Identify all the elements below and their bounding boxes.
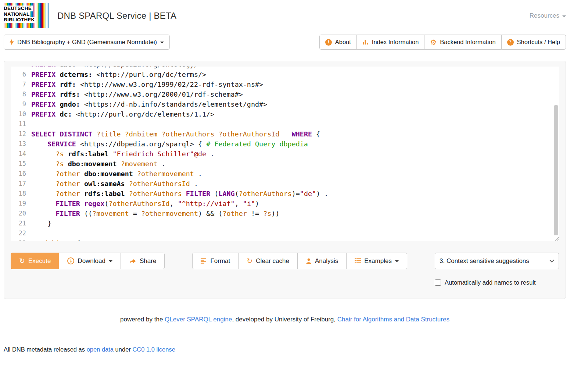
code-text: ?other owl:sameAs ?otherAuthorsId . [31,179,552,189]
editor-scrollbar[interactable] [553,67,559,241]
code-token: "^http://viaf" [178,200,235,207]
examples-button[interactable]: Examples [346,253,407,269]
code-text: SERVICE <https://dbpedia.org/sparql> { #… [31,139,552,149]
resize-handle[interactable] [553,235,559,241]
share-button[interactable]: Share [121,253,165,269]
download-button[interactable]: ↓ Download [59,253,121,269]
code-text: SELECT DISTINCT ?title ?dnbitem ?otherAu… [31,129,552,139]
code-token: rdfs:label [84,190,125,197]
code-text [31,119,552,129]
chair-link[interactable]: Chair for Algorithms and Data Structures [337,316,449,323]
code-token [80,100,84,108]
shortcuts-help-button[interactable]: ? Shortcuts / Help [501,35,566,50]
auto-names-label[interactable]: Automatically add names to result [445,279,536,286]
code-token [72,239,76,241]
resources-menu[interactable]: Resources [530,12,566,19]
code-token: , [235,200,243,207]
analysis-button[interactable]: Analysis [297,253,347,269]
code-token [133,170,137,178]
code-token: PREFIX [31,81,55,88]
about-label: About [335,39,351,46]
code-token [31,200,55,207]
code-text: PREFIX rdf: <http://www.w3.org/1999/02/2… [31,79,552,89]
code-token: PREFIX [31,90,55,98]
code-token [31,239,39,241]
code-line: 14 ?s rdfs:label "Friedrich Schiller"@de… [11,149,552,159]
powered-text: powered by the [120,316,165,323]
code-token [76,67,80,68]
code-token: ?other [55,180,80,188]
execute-button-group: ↻ Execute ↓ Download Share [11,253,165,269]
code-text: } [31,218,552,228]
code-line: 10PREFIX dc: <http://purl.org/dc/element… [11,109,552,119]
code-token [64,150,68,158]
bar-chart-icon [362,39,369,45]
suggestions-select[interactable]: 3. Context sensitive suggestions [435,253,559,269]
sparql-editor[interactable]: 5PREFIX dbo: <http://dbpedia.org/ontolog… [11,67,559,241]
code-token [31,190,55,197]
code-token: ?other [222,210,247,217]
share-icon [129,258,136,264]
index-information-button[interactable]: Index Information [356,35,425,50]
code-line: 7PREFIX rdf: <http://www.w3.org/1999/02/… [11,79,552,89]
code-token: "de" [300,190,316,197]
code-text: ?s dbo:movement ?movement . [31,159,552,169]
code-token: . [174,239,182,241]
code-token [125,190,129,197]
code-token: FILTER [55,200,80,207]
qlever-engine-link[interactable]: QLever SPARQL engine [165,316,232,323]
code-token: != [247,210,263,217]
auto-names-row: Automatically add names to result [435,279,559,286]
code-token: { [312,130,320,138]
format-label: Format [210,257,230,265]
code-line: 5PREFIX dbo: <http://dbpedia.org/ontolog… [11,67,552,70]
format-button[interactable]: Format [192,253,239,269]
line-number: 14 [11,149,31,159]
code-line: 12SELECT DISTINCT ?title ?dnbitem ?other… [11,129,552,139]
code-text: FILTER regex(?otherAuthorsId, "^http://v… [31,199,552,209]
code-token: . [190,180,198,188]
cc0-license-link[interactable]: CC0 1.0 license [132,346,175,353]
code-text: ?other rdfs:label ?otherAuthors FILTER (… [31,189,552,199]
examples-label: Examples [364,257,392,265]
code-token: ( [210,190,218,197]
execute-button[interactable]: ↻ Execute [11,253,59,269]
code-token: rdfs:label [68,150,109,158]
open-data-link[interactable]: open data [87,346,114,353]
code-token: ?dnbitem [39,239,72,241]
code-token: <https://dbpedia.org/sparql> [80,140,194,148]
code-token: regex [84,200,104,207]
code-line: 17 ?other owl:sameAs ?otherAuthorsId . [11,179,552,189]
code-token: dbo: [60,67,76,68]
code-token: )= [292,190,300,197]
code-token: SELECT DISTINCT [31,130,92,138]
dataset-label: DNB Bibliography + GND (Gemeinsame Normd… [17,39,157,46]
backend-information-button[interactable]: ⚙ Backend Information [424,35,501,50]
clear-cache-button[interactable]: ↻ Clear cache [238,253,298,269]
execute-label: Execute [28,257,51,265]
info-button-group: i About Index Information ⚙ Backend Info… [319,35,566,50]
action-bar: ↻ Execute ↓ Download Share Format [11,253,559,286]
code-token: WHERE [292,130,312,138]
code-token: ?othermovement [137,170,194,178]
powered-text: , developed by University of Freiburg, [232,316,337,323]
index-information-label: Index Information [372,39,419,46]
caret-down-icon [160,42,164,43]
scrollbar-thumb[interactable] [554,105,558,236]
code-text: PREFIX dcterms: <http://purl.org/dc/term… [31,70,552,79]
powered-by-note: powered by the QLever SPARQL engine, dev… [4,316,566,323]
dnb-logo[interactable]: DEUTSCHE NATIONAL BIBLIOTHEK [4,3,49,28]
line-number: 15 [11,159,31,169]
code-text: ?dnbitem dcterms:creator ?creator . [31,238,552,241]
line-number: 13 [11,139,31,149]
toolbar: DNB Bibliography + GND (Gemeinsame Normd… [4,35,566,50]
about-button[interactable]: i About [319,35,357,50]
dataset-selector[interactable]: DNB Bibliography + GND (Gemeinsame Normd… [4,35,170,50]
code-token: FILTER [55,210,80,217]
code-token [31,180,55,188]
auto-names-checkbox[interactable] [435,279,441,286]
code-line: 15 ?s dbo:movement ?movement . [11,159,552,169]
line-number: 23 [11,238,31,241]
code-text [31,228,552,238]
code-token: rdf: [60,81,76,88]
